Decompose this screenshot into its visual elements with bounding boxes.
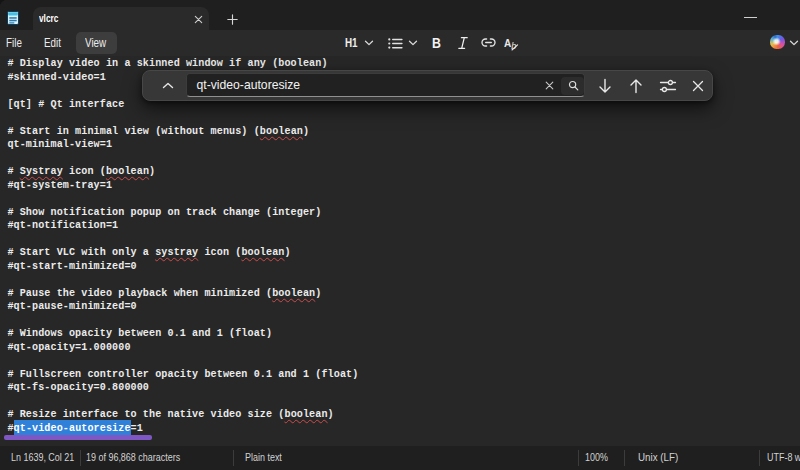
svg-text:A: A [504, 37, 511, 48]
